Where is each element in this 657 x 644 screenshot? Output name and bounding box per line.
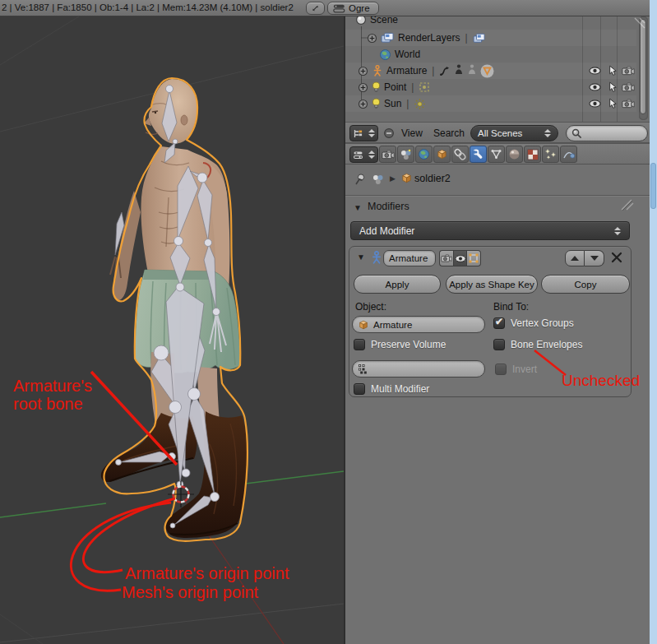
scene-icon [355,16,367,25]
row-label: Point [384,81,406,93]
outliner-row-world[interactable]: World [345,46,636,63]
corner-resize-hatch[interactable] [628,16,646,30]
modifier-wrench-icon [472,148,484,160]
tab-world[interactable] [415,146,433,163]
tab-modifiers[interactable] [470,146,487,163]
panel-drag-hatch[interactable] [615,198,635,213]
menu-view[interactable]: View [401,127,423,139]
outliner-scrollbar[interactable] [639,16,648,120]
render-engine-select[interactable]: Ogre [327,2,379,15]
updown-arrows-icon [368,151,375,159]
copy-button[interactable]: Copy [541,275,630,294]
selectable-toggle-cursor-icon[interactable] [605,81,620,93]
search-icon [571,128,582,139]
preserve-volume-label: Preserve Volume [371,339,446,350]
apply-as-shape-key-button[interactable]: Apply as Shape Key [446,275,538,294]
tab-scene[interactable] [397,146,414,163]
menu-search[interactable]: Search [433,127,465,139]
outliner-header: View Search All Scenes [345,122,650,143]
bone-envelopes-checkbox[interactable] [493,339,505,350]
tab-constraints[interactable] [451,146,469,163]
expand-icon[interactable] [358,82,368,93]
properties-editor: ▶ soldier2 ▼ Modifiers Add Modifier ▼ [345,164,650,644]
tab-texture[interactable] [524,146,541,163]
invert-label: Invert [512,364,537,375]
panel-title[interactable]: Modifiers [368,201,409,212]
lamp-icon [372,81,381,94]
editor-type-button-properties[interactable] [349,146,378,163]
info-header: 2 | Ve:1887 | Fa:1850 | Ob:1-4 | La:2 | … [0,0,650,16]
scrollbar-thumb[interactable] [640,19,646,114]
window-scrollbar[interactable] [650,0,657,644]
delete-modifier-icon[interactable] [611,252,622,263]
outliner-row-point[interactable]: Point | [345,79,636,95]
annotation-unchecked: Unchecked [562,372,640,390]
tab-material[interactable] [506,146,523,163]
editor-type-button-outliner[interactable] [349,125,378,141]
point-lamp-data-icon [419,81,430,93]
outliner-row-armature[interactable]: Armature | [345,63,636,79]
apply-button[interactable]: Apply [354,275,441,294]
render-toggle-camera-icon[interactable] [621,65,636,76]
annotation-root-bone: Armature's root bone [13,377,118,414]
breadcrumb-object[interactable]: soldier2 [414,173,451,184]
constraint-chain-icon [454,148,466,160]
object-cube-icon [436,148,448,160]
modifier-editmode-toggle[interactable] [467,250,481,266]
render-toggle-camera-icon[interactable] [621,81,636,93]
tab-physics[interactable] [560,146,577,163]
blender-window: 2 | Ve:1887 | Fa:1850 | Ob:1-4 | La:2 | … [0,0,657,644]
multi-modifier-checkbox[interactable] [354,383,365,395]
expand-icon[interactable] [358,66,368,76]
tab-particles[interactable] [542,146,559,163]
breadcrumb-scene-icon[interactable] [372,173,384,185]
expand-icon[interactable] [358,99,368,109]
vertex-groups-label: Vertex Groups [511,317,574,329]
search-input[interactable] [582,128,640,138]
tab-object-data[interactable] [488,146,505,163]
modifier-render-toggle[interactable] [439,250,453,266]
armature-data-icon [454,64,464,77]
armature-icon [372,65,383,76]
row-label: Scene [370,16,398,25]
outliner-row-sun[interactable]: Sun | [345,95,636,112]
annotation-armature-origin: Armature's origin point [125,564,289,582]
tab-render[interactable] [379,146,396,163]
render-toggle-camera-icon[interactable] [621,98,636,109]
window-scrollbar-thumb[interactable] [650,163,656,209]
search-box[interactable] [566,125,648,141]
eye-icon [455,255,466,262]
outliner-row-renderlayers[interactable]: RenderLayers | [345,30,636,46]
modifier-viewport-toggle[interactable] [453,250,467,266]
vertex-groups-checkbox[interactable]: ✔ [493,317,505,329]
lamp-icon [372,98,381,110]
outliner-row-scene[interactable]: Scene [345,16,636,28]
selectable-toggle-cursor-icon[interactable] [605,98,620,109]
modifier-name-field[interactable] [383,250,436,266]
editmode-icon [469,253,479,263]
vertex-group-field[interactable] [352,360,485,378]
move-modifier-up-button[interactable] [565,250,585,266]
pin-icon[interactable] [354,173,367,186]
selectable-toggle-cursor-icon[interactable] [605,65,620,76]
move-modifier-down-button[interactable] [585,250,604,266]
3d-viewport[interactable]: Armature's root bone Armature's origin p… [0,16,344,644]
resize-arrows-icon [312,3,319,13]
outliner-editor[interactable]: Scene RenderLayers | World Armature | [345,16,650,122]
panel-collapse-arrow[interactable]: ▼ [354,203,362,212]
collapse-menus-icon[interactable] [383,127,395,139]
preserve-volume-checkbox[interactable] [354,339,365,350]
breadcrumb-cube-icon [400,172,413,184]
row-label: RenderLayers [398,32,460,44]
modifier-expand-arrow[interactable]: ▼ [357,253,365,262]
properties-editor-icon [353,150,363,160]
outliner-editor-icon [353,128,363,139]
expand-icon[interactable] [367,33,377,44]
object-selector[interactable]: Armature [352,316,485,333]
screencast-button[interactable] [306,2,325,15]
renderlayers-icon [381,32,395,44]
display-filter-select[interactable]: All Scenes [470,125,558,141]
filter-value: All Scenes [478,128,544,138]
tab-object[interactable] [433,146,451,163]
add-modifier-dropdown[interactable]: Add Modifier [350,221,630,240]
